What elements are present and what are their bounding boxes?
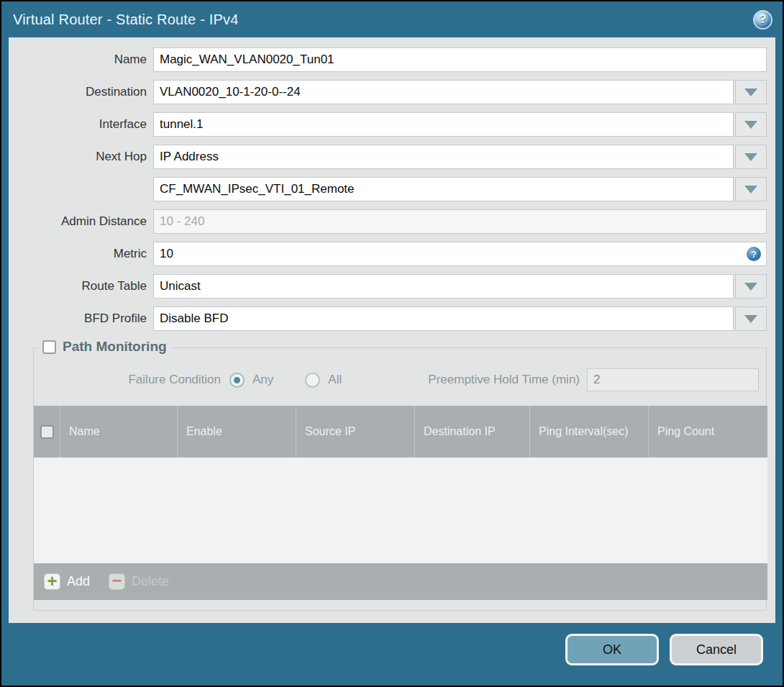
- next-hop-dropdown-button[interactable]: [735, 145, 767, 169]
- column-header-enable: Enable: [177, 406, 296, 458]
- table-body-empty: [34, 458, 767, 563]
- next-hop-type-input[interactable]: [153, 145, 734, 169]
- destination-input[interactable]: [153, 80, 734, 104]
- add-button[interactable]: + Add: [44, 573, 90, 590]
- name-input[interactable]: [153, 47, 767, 72]
- destination-label: Destination: [14, 85, 153, 99]
- admin-distance-input[interactable]: [153, 209, 767, 234]
- column-header-source-ip: Source IP: [296, 406, 414, 458]
- failure-condition-any-radio[interactable]: [229, 373, 245, 388]
- failure-condition-label: Failure Condition: [34, 373, 229, 387]
- table-header: Name Enable Source IP Destination IP Pin…: [34, 406, 767, 458]
- chevron-down-icon: [744, 121, 757, 129]
- cancel-button[interactable]: Cancel: [670, 634, 763, 665]
- route-table-row: Route Table: [14, 274, 767, 299]
- dialog-footer: OK Cancel: [1, 623, 783, 686]
- path-monitoring-table: Name Enable Source IP Destination IP Pin…: [34, 406, 767, 600]
- failure-condition-all-radio[interactable]: [305, 373, 320, 388]
- metric-label: Metric: [14, 247, 153, 261]
- next-hop-row: Next Hop: [14, 145, 767, 169]
- interface-label: Interface: [14, 117, 153, 132]
- path-monitoring-fieldset: Path Monitoring Failure Condition Any Al…: [33, 347, 767, 611]
- failure-condition-all-label: All: [328, 373, 342, 387]
- bfd-profile-row: BFD Profile: [14, 306, 767, 331]
- chevron-down-icon: [744, 283, 757, 291]
- column-header-destination-ip: Destination IP: [414, 406, 529, 458]
- chevron-down-icon: [744, 88, 757, 96]
- column-header-ping-interval: Ping Interval(sec): [529, 406, 648, 458]
- delete-button[interactable]: − Delete: [109, 573, 169, 590]
- dialog-body: Name Destination Interface: [9, 37, 775, 623]
- route-table-input[interactable]: [153, 274, 734, 299]
- next-hop-address-input[interactable]: [153, 177, 734, 201]
- ok-button[interactable]: OK: [565, 634, 659, 665]
- column-header-name: Name: [60, 406, 177, 458]
- destination-row: Destination: [14, 80, 767, 104]
- bfd-profile-dropdown-button[interactable]: [735, 306, 767, 331]
- dialog-frame: Virtual Router - Static Route - IPv4 ? N…: [1, 1, 783, 686]
- dialog-title: Virtual Router - Static Route - IPv4: [13, 12, 239, 28]
- next-hop-address-row: [14, 177, 767, 201]
- chevron-down-icon: [744, 186, 757, 194]
- path-monitoring-checkbox[interactable]: [42, 340, 56, 354]
- delete-icon: −: [109, 573, 125, 590]
- interface-input[interactable]: [153, 112, 734, 137]
- metric-row: Metric ?: [14, 242, 767, 266]
- failure-condition-any-label: Any: [252, 373, 273, 387]
- name-row: Name: [14, 47, 767, 72]
- failure-condition-row: Failure Condition Any All Preemptive Hol…: [34, 368, 759, 392]
- destination-dropdown-button[interactable]: [735, 80, 767, 104]
- path-monitoring-title: Path Monitoring: [63, 339, 167, 355]
- chevron-down-icon: [744, 153, 757, 161]
- admin-distance-row: Admin Distance: [14, 209, 767, 234]
- metric-help-icon[interactable]: ?: [747, 247, 761, 261]
- route-table-label: Route Table: [14, 279, 153, 294]
- preemptive-hold-time-label: Preemptive Hold Time (min): [428, 373, 587, 387]
- chevron-down-icon: [744, 315, 757, 323]
- metric-input[interactable]: [153, 242, 767, 266]
- next-hop-label: Next Hop: [14, 150, 153, 164]
- title-bar: Virtual Router - Static Route - IPv4 ?: [1, 1, 783, 37]
- dialog-window: Virtual Router - Static Route - IPv4 ? N…: [0, 0, 784, 687]
- help-icon[interactable]: ?: [753, 10, 772, 29]
- bfd-profile-input[interactable]: [153, 306, 734, 331]
- admin-distance-label: Admin Distance: [14, 214, 153, 229]
- name-label: Name: [14, 53, 153, 67]
- table-toolbar: + Add − Delete: [34, 563, 767, 600]
- bfd-profile-label: BFD Profile: [14, 311, 153, 326]
- column-header-ping-count: Ping Count: [648, 406, 767, 458]
- route-table-dropdown-button[interactable]: [735, 274, 767, 299]
- next-hop-address-dropdown-button[interactable]: [735, 177, 767, 201]
- interface-dropdown-button[interactable]: [735, 112, 767, 137]
- select-all-checkbox[interactable]: [40, 425, 54, 439]
- path-monitoring-legend: Path Monitoring: [37, 339, 173, 355]
- preemptive-hold-time-input[interactable]: [587, 368, 759, 391]
- add-icon: +: [44, 573, 60, 590]
- interface-row: Interface: [14, 112, 767, 137]
